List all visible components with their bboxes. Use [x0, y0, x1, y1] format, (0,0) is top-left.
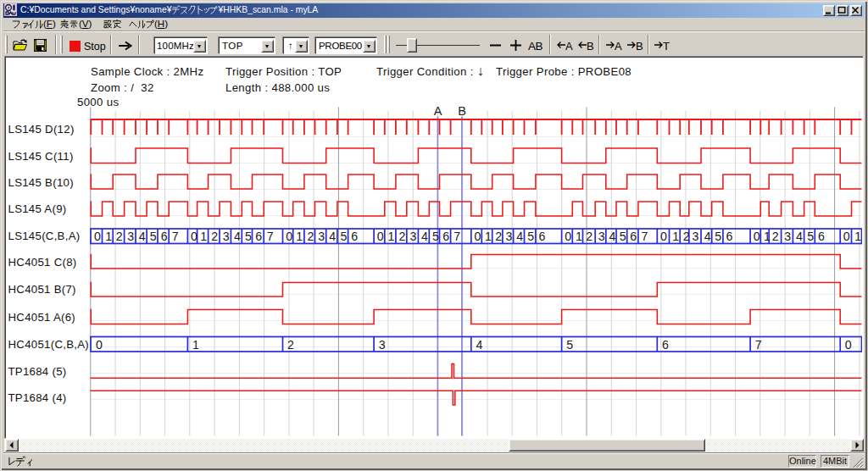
- svg-text:6: 6: [662, 338, 669, 352]
- svg-text:HC4051 C(8): HC4051 C(8): [8, 256, 77, 269]
- svg-text:4: 4: [476, 338, 482, 352]
- svg-text:3: 3: [223, 230, 230, 243]
- svg-text:3: 3: [409, 230, 416, 243]
- svg-text:5: 5: [432, 230, 439, 243]
- svg-text:LS145 D(12): LS145 D(12): [8, 123, 75, 136]
- svg-text:4: 4: [421, 230, 428, 243]
- svg-text:7: 7: [267, 230, 274, 243]
- svg-text:0: 0: [843, 230, 850, 243]
- svg-text:TP1684 (4): TP1684 (4): [8, 391, 67, 404]
- svg-text:2: 2: [586, 230, 593, 243]
- svg-text:4: 4: [234, 230, 241, 243]
- svg-text:5: 5: [566, 338, 573, 352]
- svg-text:B: B: [458, 104, 466, 118]
- svg-text:Trigger Position : TOP: Trigger Position : TOP: [225, 65, 342, 78]
- svg-text:1: 1: [200, 230, 207, 243]
- svg-text:A: A: [434, 104, 442, 118]
- svg-text:2: 2: [287, 338, 294, 352]
- svg-text:0: 0: [845, 338, 852, 352]
- svg-text:2: 2: [116, 230, 123, 243]
- svg-text:0: 0: [96, 338, 103, 352]
- svg-text:5: 5: [527, 230, 534, 243]
- svg-text:5: 5: [807, 230, 814, 243]
- svg-text:6: 6: [255, 230, 262, 243]
- svg-text:1: 1: [105, 230, 112, 243]
- svg-text:6: 6: [442, 230, 449, 243]
- svg-text:2: 2: [308, 230, 314, 243]
- svg-text:LS145 A(9): LS145 A(9): [8, 202, 67, 215]
- svg-text:HC4051 A(6): HC4051 A(6): [8, 311, 76, 324]
- svg-text:LS145 C(11): LS145 C(11): [8, 150, 74, 163]
- svg-text:1: 1: [672, 230, 679, 243]
- svg-text:7: 7: [453, 230, 460, 243]
- svg-text:0: 0: [286, 230, 292, 243]
- svg-text:0: 0: [377, 230, 384, 243]
- svg-text:3: 3: [506, 230, 513, 243]
- svg-text:2: 2: [683, 230, 690, 243]
- svg-text:5: 5: [150, 230, 157, 243]
- svg-text:5: 5: [715, 230, 721, 243]
- svg-text:5: 5: [620, 230, 626, 243]
- svg-text:HC4051 B(7): HC4051 B(7): [8, 283, 76, 296]
- svg-text:6: 6: [630, 230, 637, 243]
- svg-text:Trigger Condition : ↓: Trigger Condition : ↓: [376, 64, 484, 78]
- svg-text:LS145(C,B,A): LS145(C,B,A): [8, 230, 81, 242]
- svg-text:1: 1: [854, 230, 861, 243]
- svg-text:4: 4: [704, 230, 711, 243]
- svg-text:Trigger Probe : PROBE08: Trigger Probe : PROBE08: [496, 65, 632, 78]
- svg-text:3: 3: [598, 230, 605, 243]
- svg-text:3: 3: [784, 230, 791, 243]
- svg-text:2: 2: [399, 230, 406, 243]
- svg-text:TP1684 (5): TP1684 (5): [8, 365, 67, 378]
- svg-text:6: 6: [351, 230, 358, 243]
- svg-text:3: 3: [127, 230, 134, 243]
- svg-text:LS145 B(10): LS145 B(10): [8, 176, 74, 189]
- svg-text:HC4051(C,B,A): HC4051(C,B,A): [8, 338, 90, 351]
- svg-text:4: 4: [796, 230, 803, 243]
- svg-text:7: 7: [642, 230, 648, 243]
- svg-text:5: 5: [341, 230, 348, 243]
- svg-text:4: 4: [516, 230, 523, 243]
- svg-text:1: 1: [296, 230, 303, 243]
- svg-text:4: 4: [609, 230, 615, 243]
- svg-text:0: 0: [191, 230, 198, 243]
- svg-text:1: 1: [576, 230, 582, 243]
- svg-text:4: 4: [329, 230, 336, 243]
- svg-text:0: 0: [94, 230, 101, 243]
- svg-text:1: 1: [192, 338, 199, 352]
- svg-text:7: 7: [755, 338, 762, 352]
- svg-text:3: 3: [379, 338, 386, 352]
- svg-text:6: 6: [726, 230, 733, 243]
- svg-text:1: 1: [485, 230, 492, 243]
- svg-text:2: 2: [495, 230, 502, 243]
- svg-text:6: 6: [818, 230, 825, 243]
- svg-text:6: 6: [161, 230, 168, 243]
- svg-text:Length : 488.000 us: Length : 488.000 us: [225, 81, 330, 94]
- svg-text:1: 1: [764, 230, 771, 243]
- svg-text:3: 3: [692, 230, 698, 243]
- svg-text:0: 0: [474, 230, 481, 243]
- svg-text:0: 0: [754, 230, 760, 243]
- svg-text:Sample Clock : 2MHz: Sample Clock : 2MHz: [91, 65, 203, 78]
- svg-text:4: 4: [139, 230, 146, 243]
- svg-text:5: 5: [245, 230, 252, 243]
- svg-text:2: 2: [211, 230, 218, 243]
- svg-text:7: 7: [172, 230, 179, 243]
- svg-text:1: 1: [387, 230, 394, 243]
- svg-text:2: 2: [772, 230, 779, 243]
- svg-text:3: 3: [318, 230, 325, 243]
- svg-text:6: 6: [539, 230, 546, 243]
- svg-text:5000 us: 5000 us: [77, 96, 119, 108]
- svg-text:0: 0: [660, 230, 667, 243]
- svg-text:0: 0: [565, 230, 571, 243]
- svg-text:Zoom : / 32: Zoom : / 32: [91, 81, 154, 94]
